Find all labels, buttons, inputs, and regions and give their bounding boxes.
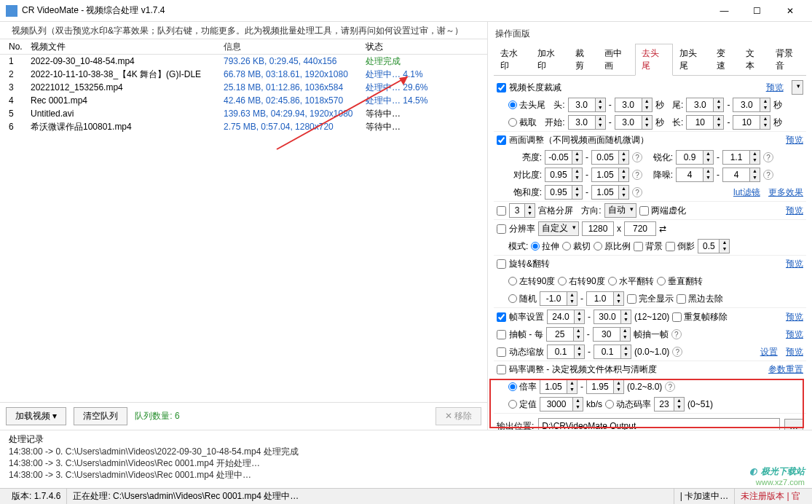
video-list[interactable]: No. 视频文件 信息 状态 12022-09-30_10-48-54.mp47…: [0, 39, 487, 402]
table-row[interactable]: 6希沃微课作品100801.mp42.75 MB, 0:57.04, 1280x…: [0, 120, 487, 133]
rate-check[interactable]: [497, 365, 506, 374]
grid-num[interactable]: ▲▼: [509, 203, 535, 218]
noise-from[interactable]: ▲▼: [676, 168, 714, 182]
rate-mul[interactable]: [508, 382, 517, 391]
zoom-to[interactable]: ▲▼: [594, 344, 631, 359]
remove-button[interactable]: ✕ 移除: [435, 407, 481, 425]
rot-r90[interactable]: [558, 277, 567, 286]
fps-to[interactable]: ▲▼: [594, 310, 631, 324]
table-row[interactable]: 22022-10-11-10-38-38_【4K 舞台】(G)I-DLE66.7…: [0, 68, 487, 81]
rot-vflip[interactable]: [657, 277, 666, 286]
trim-headtail-radio[interactable]: [508, 101, 517, 109]
lut-link[interactable]: lut滤镜: [733, 186, 760, 199]
mul-from[interactable]: ▲▼: [540, 379, 578, 394]
help-icon[interactable]: ?: [632, 187, 642, 197]
head-to[interactable]: ▲▼: [615, 98, 653, 112]
help-icon[interactable]: ?: [632, 170, 642, 180]
flip-val[interactable]: ▲▼: [698, 239, 730, 253]
help-icon[interactable]: ?: [671, 329, 682, 339]
tab-7[interactable]: 文本: [739, 44, 768, 76]
load-video-button[interactable]: 加载视频 ▾: [6, 407, 66, 425]
flip-check[interactable]: [666, 242, 675, 251]
fixed-val[interactable]: ▲▼: [540, 397, 583, 412]
tab-1[interactable]: 加水印: [531, 44, 568, 76]
help-icon[interactable]: ?: [632, 152, 642, 162]
trim-cut-radio[interactable]: [508, 118, 517, 127]
grid-check[interactable]: [497, 206, 506, 216]
contrast-to[interactable]: ▲▼: [591, 168, 629, 182]
tab-5[interactable]: 加头尾: [673, 44, 710, 76]
clear-queue-button[interactable]: 清空队列: [74, 407, 127, 425]
trim-preview[interactable]: 预览: [766, 82, 784, 94]
res-select[interactable]: 自定义: [538, 221, 579, 236]
black-check[interactable]: [677, 294, 686, 304]
grid-preview[interactable]: 预览: [786, 205, 803, 217]
mul-to[interactable]: ▲▼: [586, 379, 624, 394]
maximize-button[interactable]: ☐: [741, 0, 773, 22]
bg-check[interactable]: [634, 242, 643, 251]
contrast-from[interactable]: ▲▼: [545, 168, 583, 182]
fps-check[interactable]: [497, 312, 506, 322]
trim-opts[interactable]: [792, 80, 803, 95]
res-w[interactable]: [582, 221, 614, 236]
start-to[interactable]: ▲▼: [615, 115, 653, 130]
sharp-to[interactable]: ▲▼: [722, 150, 760, 165]
close-button[interactable]: ✕: [773, 0, 806, 22]
mode-aspect[interactable]: [594, 242, 602, 251]
tab-3[interactable]: 画中画: [598, 44, 635, 76]
len-from[interactable]: ▲▼: [686, 115, 724, 130]
adjust-preview[interactable]: 预览: [786, 134, 803, 146]
frame-preview[interactable]: 预览: [786, 328, 803, 341]
dup-check[interactable]: [672, 312, 682, 322]
rot-hflip[interactable]: [608, 277, 617, 286]
zoom-set[interactable]: 设置: [760, 346, 778, 358]
fps-from[interactable]: ▲▼: [547, 310, 585, 324]
sharp-from[interactable]: ▲▼: [676, 150, 714, 165]
tab-8[interactable]: 背景音: [769, 44, 806, 76]
bright-to[interactable]: ▲▼: [591, 150, 629, 165]
tail-to[interactable]: ▲▼: [733, 98, 770, 112]
tab-0[interactable]: 去水印: [494, 44, 531, 76]
help-icon[interactable]: ?: [763, 170, 773, 180]
col-file[interactable]: 视频文件: [28, 39, 221, 55]
dir-select[interactable]: 自动: [604, 203, 636, 218]
bright-from[interactable]: ▲▼: [545, 150, 583, 165]
rate-dyn[interactable]: [605, 400, 614, 409]
col-info[interactable]: 信息: [221, 39, 363, 55]
fps-preview[interactable]: 预览: [786, 311, 803, 323]
rotate-check[interactable]: [497, 259, 506, 269]
more-effects-link[interactable]: 更多效果: [768, 186, 803, 199]
sat-to[interactable]: ▲▼: [591, 185, 629, 200]
tab-6[interactable]: 变速: [710, 44, 739, 76]
output-path[interactable]: [538, 418, 780, 430]
rand-to[interactable]: ▲▼: [586, 291, 624, 306]
help-icon[interactable]: ?: [672, 347, 682, 357]
head-from[interactable]: ▲▼: [568, 98, 606, 112]
table-row[interactable]: 4Rec 0001.mp442.46 MB, 02:45.86, 1018x57…: [0, 94, 487, 107]
tab-2[interactable]: 裁剪: [569, 44, 598, 76]
rot-rand[interactable]: [508, 294, 517, 303]
frame-from[interactable]: ▲▼: [546, 327, 584, 342]
frame-check[interactable]: [497, 330, 506, 339]
zoom-check[interactable]: [497, 347, 506, 357]
rot-l90[interactable]: [508, 277, 517, 286]
col-status[interactable]: 状态: [363, 39, 472, 55]
help-icon[interactable]: ?: [665, 382, 675, 392]
dyn-val[interactable]: ▲▼: [654, 397, 685, 412]
tab-4[interactable]: 去头尾: [635, 44, 672, 76]
col-no[interactable]: No.: [6, 40, 28, 53]
res-check[interactable]: [497, 224, 506, 234]
rand-from[interactable]: ▲▼: [540, 291, 578, 306]
rate-fixed[interactable]: [508, 400, 517, 409]
rate-reset[interactable]: 参数重置: [768, 363, 803, 376]
table-row[interactable]: 12022-09-30_10-48-54.mp4793.26 KB, 0:29.…: [0, 55, 487, 68]
frame-to[interactable]: ▲▼: [593, 327, 631, 342]
trim-check[interactable]: [497, 83, 506, 92]
table-row[interactable]: 320221012_153256.mp425.18 MB, 01:12.86, …: [0, 81, 487, 94]
full-check[interactable]: [627, 294, 636, 304]
zoom-from[interactable]: ▲▼: [547, 344, 585, 359]
noise-to[interactable]: ▲▼: [722, 168, 760, 182]
res-h[interactable]: [624, 221, 656, 236]
minimize-button[interactable]: —: [708, 0, 741, 22]
mode-stretch[interactable]: [531, 242, 540, 251]
